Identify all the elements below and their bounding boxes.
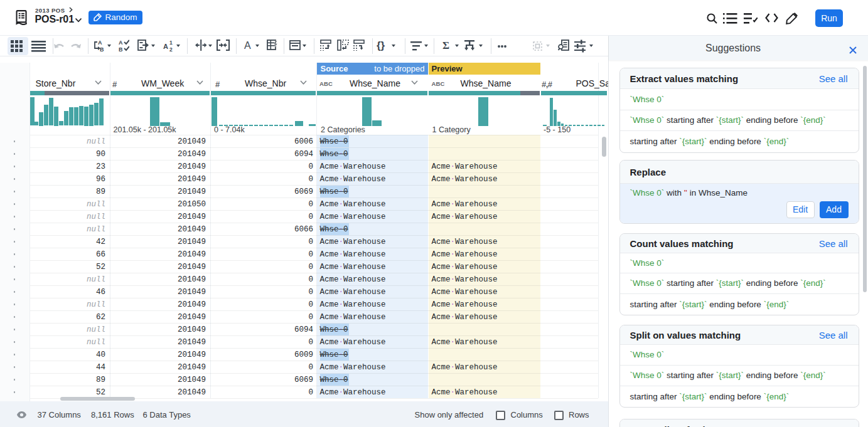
svg-text:B: B: [100, 46, 104, 52]
svg-text:A: A: [98, 40, 102, 46]
svg-text:B: B: [119, 46, 123, 52]
svg-text:Σ: Σ: [442, 40, 449, 51]
svg-text:2: 2: [169, 46, 173, 52]
svg-text:{}: {}: [377, 40, 385, 51]
svg-text:A: A: [163, 43, 168, 50]
svg-text:A: A: [119, 40, 123, 46]
svg-text:1: 1: [169, 40, 173, 46]
svg-text:A: A: [244, 40, 251, 51]
